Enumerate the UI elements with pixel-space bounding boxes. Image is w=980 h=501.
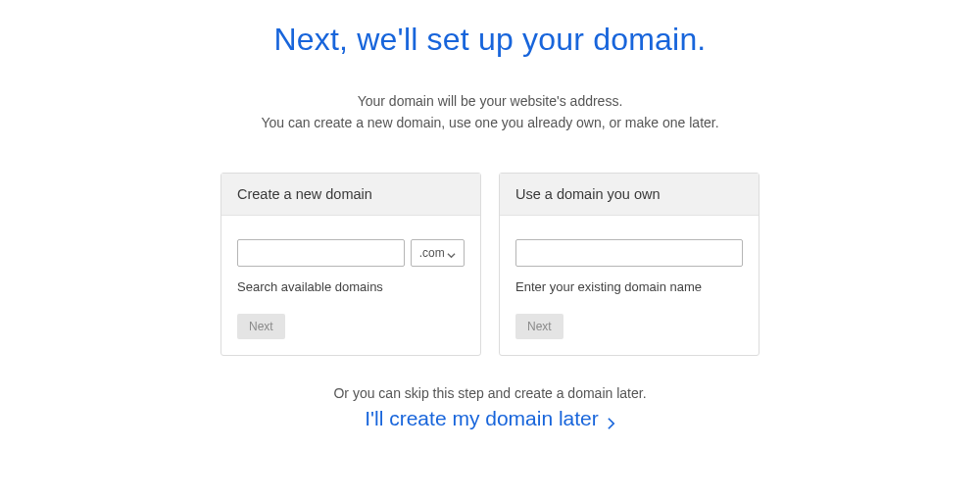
cards-row: Create a new domain .com Search availabl… (220, 173, 760, 356)
own-domain-heading: Use a domain you own (500, 174, 759, 216)
chevron-right-icon (607, 412, 615, 426)
create-domain-card: Create a new domain .com Search availabl… (220, 173, 481, 356)
page-subtitle: Your domain will be your website's addre… (261, 91, 718, 133)
create-later-label: I'll create my domain later (365, 407, 599, 430)
own-domain-help: Enter your existing domain name (515, 279, 743, 294)
create-domain-body: .com Search available domains Next (221, 216, 480, 355)
create-domain-next-button[interactable]: Next (237, 314, 285, 339)
page-container: Next, we'll set up your domain. Your dom… (0, 0, 980, 430)
skip-section: Or you can skip this step and create a d… (333, 385, 646, 430)
skip-note: Or you can skip this step and create a d… (333, 385, 646, 401)
subtitle-line-2: You can create a new domain, use one you… (261, 113, 718, 134)
tld-value: .com (419, 246, 445, 260)
chevron-down-icon (447, 249, 456, 258)
page-title: Next, we'll set up your domain. (274, 22, 707, 58)
create-domain-heading: Create a new domain (221, 174, 480, 216)
existing-domain-input[interactable] (515, 239, 743, 267)
own-domain-input-row (515, 239, 743, 267)
create-later-link[interactable]: I'll create my domain later (365, 407, 615, 430)
subtitle-line-1: Your domain will be your website's addre… (261, 91, 718, 113)
own-domain-card: Use a domain you own Enter your existing… (499, 173, 760, 356)
create-domain-help: Search available domains (237, 279, 465, 294)
own-domain-next-button[interactable]: Next (515, 314, 564, 339)
tld-select[interactable]: .com (411, 239, 465, 267)
create-domain-input-row: .com (237, 239, 465, 267)
new-domain-input[interactable] (237, 239, 405, 267)
own-domain-body: Enter your existing domain name Next (500, 216, 759, 355)
